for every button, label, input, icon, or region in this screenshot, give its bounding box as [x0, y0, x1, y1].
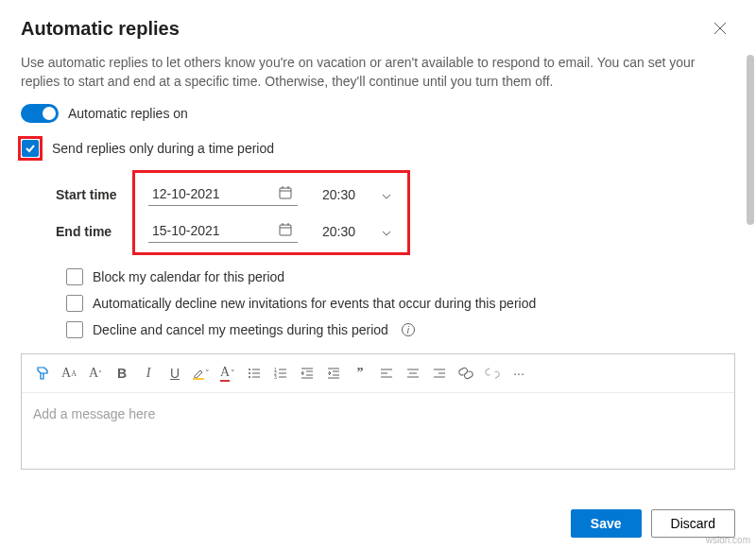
end-date-input[interactable]	[148, 219, 298, 243]
chevron-down-icon	[382, 224, 391, 239]
close-icon	[713, 22, 727, 35]
save-button[interactable]: Save	[571, 509, 642, 538]
svg-text:3: 3	[274, 374, 277, 380]
highlight-frame-checkbox	[18, 136, 43, 161]
font-size-up-button[interactable]: AA	[58, 360, 80, 386]
auto-decline-checkbox[interactable]	[66, 295, 83, 312]
unlink-button[interactable]	[481, 360, 504, 386]
svg-rect-4	[280, 225, 291, 235]
scrollbar-thumb[interactable]	[747, 55, 754, 225]
outdent-button[interactable]	[296, 360, 318, 386]
auto-replies-toggle[interactable]	[21, 104, 59, 123]
start-time-label: Start time	[56, 187, 124, 202]
auto-replies-toggle-label: Automatic replies on	[68, 106, 188, 121]
cancel-meetings-checkbox[interactable]	[66, 321, 83, 338]
message-editor: AA A˅ B I U ˅ A˅ 123 ” ··· Add a message…	[21, 353, 735, 470]
calendar-icon[interactable]	[279, 223, 292, 239]
highlight-frame-times: Start time 20:30 End time	[132, 170, 410, 255]
close-button[interactable]	[705, 13, 735, 43]
align-right-button[interactable]	[428, 360, 451, 386]
editor-toolbar: AA A˅ B I U ˅ A˅ 123 ” ···	[22, 354, 734, 393]
highlight-button[interactable]: ˅	[190, 360, 213, 386]
svg-point-12	[249, 376, 250, 378]
indent-button[interactable]	[322, 360, 345, 386]
cancel-meetings-label: Decline and cancel my meetings during th…	[93, 322, 388, 337]
discard-button[interactable]: Discard	[651, 509, 735, 538]
align-center-button[interactable]	[402, 360, 424, 386]
start-time-select[interactable]: 20:30	[315, 183, 399, 206]
bold-button[interactable]: B	[111, 360, 133, 386]
link-button[interactable]	[455, 360, 477, 386]
quote-button[interactable]: ”	[349, 360, 371, 386]
info-icon[interactable]: i	[402, 323, 415, 336]
format-painter-button[interactable]	[31, 360, 54, 386]
more-button[interactable]: ···	[507, 360, 530, 386]
align-left-button[interactable]	[375, 360, 398, 386]
font-size-down-button[interactable]: A˅	[84, 360, 107, 386]
block-calendar-label: Block my calendar for this period	[93, 269, 284, 284]
end-time-select[interactable]: 20:30	[315, 220, 399, 243]
block-calendar-checkbox[interactable]	[66, 268, 83, 285]
chevron-down-icon	[382, 187, 391, 202]
number-list-button[interactable]: 123	[269, 360, 292, 386]
font-color-button[interactable]: A˅	[216, 360, 239, 386]
dialog-title: Automatic replies	[21, 18, 180, 40]
auto-decline-label: Automatically decline new invitations fo…	[93, 296, 536, 311]
watermark: wsidn.com	[706, 535, 750, 545]
start-time-value: 20:30	[322, 187, 355, 202]
underline-button[interactable]: U	[163, 360, 186, 386]
description-text: Use automatic replies to let others know…	[21, 54, 735, 91]
bullet-list-button[interactable]	[243, 360, 266, 386]
italic-button[interactable]: I	[137, 360, 160, 386]
end-time-value: 20:30	[322, 224, 355, 239]
checkmark-icon	[25, 143, 36, 154]
svg-point-8	[249, 369, 250, 370]
end-time-label: End time	[56, 224, 124, 239]
message-textarea[interactable]: Add a message here	[22, 393, 734, 469]
time-period-label: Send replies only during a time period	[52, 141, 274, 156]
time-period-checkbox[interactable]	[22, 140, 39, 157]
svg-rect-0	[280, 188, 291, 198]
svg-point-10	[249, 372, 250, 374]
calendar-icon[interactable]	[279, 186, 292, 202]
start-date-input[interactable]	[148, 182, 298, 206]
